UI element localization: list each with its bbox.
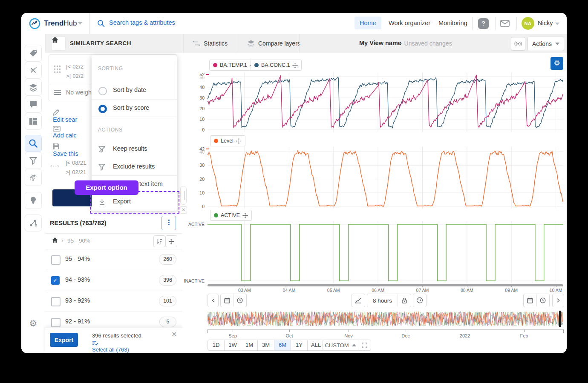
search-input[interactable] (108, 19, 238, 26)
rail-operators-button[interactable] (25, 62, 41, 78)
weights-label: No weigh (66, 89, 92, 96)
broadcast-button[interactable] (511, 37, 525, 51)
chart-type-button[interactable] (352, 294, 365, 307)
range-button-all[interactable]: ALL (307, 340, 325, 351)
divider (238, 34, 238, 53)
legend-chip-active[interactable]: ACTIVE (210, 210, 252, 221)
move-icon[interactable] (236, 138, 242, 144)
month-label: Feb (520, 333, 528, 338)
lock-duration-button[interactable] (398, 294, 411, 307)
help-button[interactable]: ? (478, 18, 489, 29)
end-date-button[interactable] (524, 294, 536, 307)
result-row[interactable]: 95 - 94% 260 (45, 249, 182, 270)
selection-footer: Export 396 results selected. Select all … (45, 327, 182, 353)
time-label: 10 AM (550, 288, 562, 293)
rail-recommendations-button[interactable] (25, 192, 41, 209)
row-checkbox-checked[interactable]: ✓ (51, 276, 60, 285)
avatar[interactable]: NA (522, 17, 534, 30)
range-button-3m[interactable]: 3M (257, 340, 274, 351)
start-time-button[interactable] (233, 294, 247, 307)
legend-chip-level[interactable]: Level (210, 135, 245, 146)
result-row[interactable]: 93 - 92% 101 (45, 291, 182, 312)
close-footer-icon[interactable]: ✕ (171, 330, 177, 338)
chart-settings-button[interactable]: ⚙ (551, 57, 563, 70)
save-search-link[interactable]: Save this (53, 143, 78, 157)
rail-layers-button[interactable] (25, 79, 41, 95)
logo-chevron-down-icon[interactable] (78, 22, 82, 25)
range-button-6m[interactable]: 6M (274, 340, 291, 351)
overview-selection-handle[interactable] (559, 311, 561, 327)
tab-monitoring[interactable]: Monitoring (433, 17, 473, 29)
menu-item-sort-by-date[interactable]: Sort by date (92, 82, 177, 99)
overview-strip[interactable] (208, 311, 563, 327)
range-button-1d[interactable]: 1D (208, 340, 225, 351)
legend-chip-ba-conc[interactable]: BA:CONC.1 (251, 60, 302, 71)
rail-filter-button[interactable] (25, 152, 41, 169)
rail-settings-button[interactable]: ⚙ (25, 315, 41, 332)
chart-active[interactable] (208, 221, 563, 283)
tab-statistics-label: Statistics (204, 40, 228, 47)
move-icon[interactable] (292, 63, 298, 68)
app-logo[interactable] (29, 18, 40, 29)
row-checkbox[interactable] (51, 255, 61, 265)
end-time-button[interactable] (536, 294, 550, 307)
tab-statistics[interactable]: Statistics (193, 34, 228, 53)
pan-right-button[interactable] (552, 294, 564, 307)
radio-selected[interactable] (98, 105, 107, 113)
rail-comments-button[interactable] (25, 96, 41, 112)
weights-icon (54, 89, 61, 95)
home-view-button[interactable] (52, 37, 65, 50)
menu-item-exclude-results[interactable]: Exclude results (92, 158, 177, 176)
fit-range-button[interactable] (358, 340, 370, 350)
move-icon[interactable] (242, 213, 248, 218)
start-date-button[interactable] (221, 294, 233, 307)
actions-label: Actions (532, 40, 552, 47)
rail-context-button[interactable] (25, 215, 41, 231)
range-button-1w[interactable]: 1W (224, 340, 241, 351)
rail-dashboard-button[interactable] (25, 113, 41, 129)
select-all-link[interactable]: Select all (763) (92, 340, 129, 353)
overview-end-tick (208, 329, 208, 333)
fingerprint-icon (29, 173, 37, 182)
history-button[interactable] (413, 294, 427, 307)
select-all-icon (92, 340, 98, 346)
menu-item-keep-results[interactable]: Keep results (92, 140, 177, 158)
rail-search-button[interactable] (25, 135, 41, 151)
result-row[interactable]: ✓ 94 - 93% 396 (45, 270, 182, 291)
month-tick (465, 329, 465, 332)
x-axis-scrollbar[interactable] (208, 284, 563, 286)
menu-item-export[interactable]: Export (92, 193, 177, 211)
custom-range-button[interactable]: CUSTOM (323, 340, 358, 350)
rail-tags-button[interactable] (25, 45, 41, 61)
tab-home[interactable]: Home (355, 17, 381, 29)
row-checkbox[interactable] (51, 297, 61, 306)
tab-work-organizer[interactable]: Work organizer (383, 17, 435, 29)
pencil-icon (53, 109, 60, 116)
pan-left-button[interactable] (208, 294, 219, 307)
edit-search-link[interactable]: Edit sear (53, 109, 77, 123)
gear-icon: ⚙ (29, 318, 37, 329)
fit-screen-icon (362, 343, 367, 348)
row-checkbox[interactable] (51, 318, 61, 327)
radio-unselected[interactable] (98, 87, 107, 95)
chart-temp-conc[interactable] (208, 72, 563, 132)
export-selected-button[interactable]: Export (50, 333, 78, 347)
rail-fingerprint-button[interactable] (25, 169, 41, 186)
results-menu-button[interactable]: ⋮ (161, 216, 176, 230)
add-calculation-link[interactable]: Add calc (53, 126, 77, 139)
collapse-results-button[interactable] (165, 235, 177, 247)
chart-level[interactable] (208, 147, 563, 209)
actions-button[interactable]: Actions (527, 37, 564, 51)
menu-item-sort-by-score[interactable]: Sort by score (92, 99, 177, 117)
breadcrumb-home-icon[interactable] (52, 237, 58, 243)
panel-scrollbar-grip[interactable] (180, 186, 187, 205)
tab-compare-layers[interactable]: Compare layers (247, 34, 300, 53)
duration-button[interactable]: 8 hours (367, 294, 398, 307)
mini-close-icon[interactable]: ✕ (180, 206, 187, 214)
save-icon (53, 143, 60, 150)
mail-icon[interactable] (500, 20, 510, 27)
range-button-1m[interactable]: 1M (241, 340, 258, 351)
sort-results-button[interactable] (153, 235, 165, 247)
range-button-1y[interactable]: 1Y (291, 340, 308, 351)
user-chevron-down-icon[interactable] (555, 23, 559, 25)
